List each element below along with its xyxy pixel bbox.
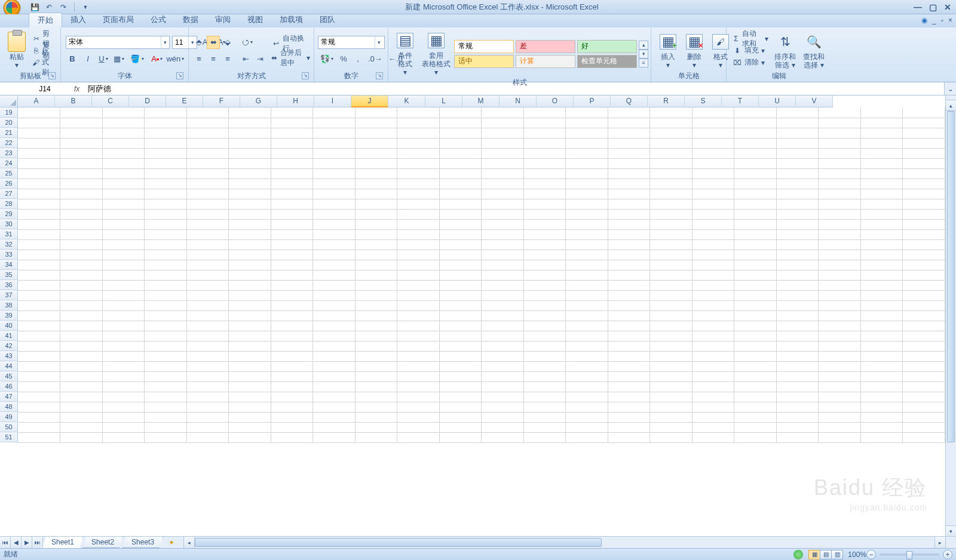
cell-G28[interactable]	[271, 199, 313, 209]
cell-L19[interactable]	[482, 107, 524, 118]
insert-cells-button[interactable]: ▦插入 ▾	[655, 31, 681, 70]
cell-M40[interactable]	[523, 321, 566, 331]
cell-U41[interactable]	[860, 331, 903, 341]
cell-N26[interactable]	[566, 179, 608, 189]
row-header-28[interactable]: 28	[0, 199, 18, 209]
cell-J25[interactable]	[397, 168, 440, 179]
cell-K37[interactable]	[439, 290, 482, 300]
cell-O47[interactable]	[608, 392, 650, 402]
cell-P32[interactable]	[650, 239, 693, 250]
cell-K29[interactable]	[439, 209, 482, 219]
cell-M25[interactable]	[523, 168, 566, 179]
cell-J19[interactable]	[397, 107, 440, 118]
hsplit-handle[interactable]	[945, 537, 956, 548]
cell-E36[interactable]	[186, 280, 229, 290]
normal-view-button[interactable]: ▦	[808, 550, 820, 559]
cell-S45[interactable]	[776, 371, 819, 381]
cell-V28[interactable]	[903, 199, 945, 209]
cell-H38[interactable]	[313, 300, 356, 310]
cell-N45[interactable]	[566, 371, 608, 381]
cell-G29[interactable]	[271, 209, 313, 219]
cell-E34[interactable]	[186, 260, 229, 270]
cell-H34[interactable]	[313, 260, 356, 270]
align-left-button[interactable]: ≡	[192, 53, 206, 66]
cell-C19[interactable]	[102, 107, 145, 118]
cell-V50[interactable]	[903, 422, 945, 432]
cell-R21[interactable]	[734, 128, 777, 138]
cell-P28[interactable]	[650, 199, 693, 209]
cell-K48[interactable]	[439, 402, 482, 412]
cell-L23[interactable]	[482, 148, 524, 158]
cell-P33[interactable]	[650, 250, 693, 260]
cell-G47[interactable]	[271, 392, 313, 402]
cell-V29[interactable]	[903, 209, 945, 219]
hscroll-track[interactable]	[195, 537, 934, 548]
formula-bar-expand[interactable]: ⌄	[944, 82, 956, 95]
cell-R51[interactable]	[734, 432, 777, 442]
cell-D48[interactable]	[145, 402, 187, 412]
cell-A30[interactable]	[18, 219, 60, 229]
cell-E29[interactable]	[186, 209, 229, 219]
cell-L20[interactable]	[482, 118, 524, 128]
cell-B41[interactable]	[60, 331, 103, 341]
cell-C38[interactable]	[102, 300, 145, 310]
cell-T32[interactable]	[819, 239, 861, 250]
cell-J46[interactable]	[397, 381, 440, 392]
cell-S36[interactable]	[776, 280, 819, 290]
cell-L42[interactable]	[482, 341, 524, 351]
cell-K46[interactable]	[439, 381, 482, 392]
cell-H22[interactable]	[313, 138, 356, 148]
cell-V24[interactable]	[903, 158, 945, 168]
cell-T19[interactable]	[819, 107, 861, 118]
cell-A46[interactable]	[18, 381, 60, 392]
row-header-19[interactable]: 19	[0, 107, 18, 118]
cell-R31[interactable]	[734, 229, 777, 239]
cell-N27[interactable]	[566, 189, 608, 199]
cell-R36[interactable]	[734, 280, 777, 290]
col-header-O[interactable]: O	[537, 96, 574, 107]
font-size-input[interactable]	[173, 36, 188, 48]
cell-E40[interactable]	[186, 321, 229, 331]
row-header-30[interactable]: 30	[0, 219, 18, 229]
cell-L41[interactable]	[482, 331, 524, 341]
cell-K21[interactable]	[439, 128, 482, 138]
cell-G25[interactable]	[271, 168, 313, 179]
save-icon[interactable]: 💾	[30, 2, 39, 12]
cell-N28[interactable]	[566, 199, 608, 209]
cell-D30[interactable]	[145, 219, 187, 229]
cell-L48[interactable]	[482, 402, 524, 412]
cell-grid[interactable]: Baidu 经验jingyan.baidu.com	[18, 107, 945, 536]
cell-S43[interactable]	[776, 351, 819, 361]
cell-I50[interactable]	[355, 422, 397, 432]
zoom-slider[interactable]	[880, 553, 939, 556]
cell-D37[interactable]	[145, 290, 187, 300]
cell-S37[interactable]	[776, 290, 819, 300]
cell-J32[interactable]	[397, 239, 440, 250]
cell-R38[interactable]	[734, 300, 777, 310]
scroll-down-button[interactable]: ▾	[946, 525, 956, 536]
col-header-I[interactable]: I	[314, 96, 351, 107]
cell-R40[interactable]	[734, 321, 777, 331]
cell-T47[interactable]	[819, 392, 861, 402]
cell-C30[interactable]	[102, 219, 145, 229]
cell-P41[interactable]	[650, 331, 693, 341]
cell-K50[interactable]	[439, 422, 482, 432]
cell-U23[interactable]	[860, 148, 903, 158]
ribbon-restore-button[interactable]: ▫	[941, 16, 943, 24]
cell-K34[interactable]	[439, 260, 482, 270]
cell-I19[interactable]	[355, 107, 397, 118]
cell-N29[interactable]	[566, 209, 608, 219]
cell-B47[interactable]	[60, 392, 103, 402]
cell-M30[interactable]	[523, 219, 566, 229]
col-header-S[interactable]: S	[685, 96, 722, 107]
cell-F43[interactable]	[229, 351, 271, 361]
cell-B34[interactable]	[60, 260, 103, 270]
row-header-21[interactable]: 21	[0, 128, 18, 138]
zoom-out-button[interactable]: −	[866, 550, 876, 559]
name-box[interactable]: ▾	[0, 82, 66, 95]
cell-D43[interactable]	[145, 351, 187, 361]
cell-G26[interactable]	[271, 179, 313, 189]
cell-M29[interactable]	[523, 209, 566, 219]
redo-icon[interactable]: ↷	[59, 2, 68, 12]
cell-K40[interactable]	[439, 321, 482, 331]
